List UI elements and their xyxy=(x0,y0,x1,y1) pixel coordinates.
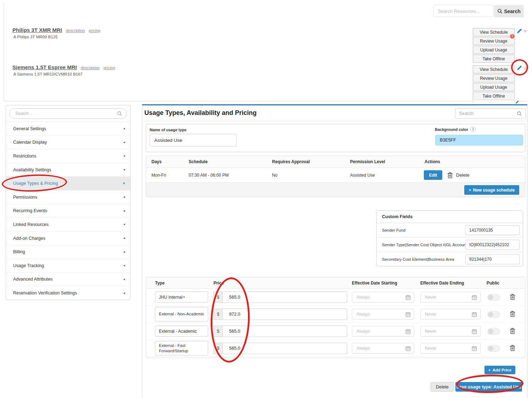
sidebar-item-billing[interactable]: Billing ◄ xyxy=(6,245,130,259)
take-offline-button[interactable]: Take Offline xyxy=(473,92,515,100)
resource-name-link[interactable]: Siemens 1.5T Espree MRI xyxy=(12,64,77,70)
effective-start-input[interactable]: Always xyxy=(352,343,414,354)
custom-field-value[interactable]: 1417000135 xyxy=(465,225,520,235)
calendar-icon[interactable] xyxy=(472,295,477,300)
edit-pencil-icon[interactable] xyxy=(516,28,522,34)
trash-icon[interactable] xyxy=(510,328,515,334)
sidebar-item-usage-tracking[interactable]: Usage Tracking ◄ xyxy=(6,259,130,273)
favorite-heart-icon[interactable]: ♥ xyxy=(523,28,527,34)
delete-usage-type-button[interactable]: Delete xyxy=(431,382,454,392)
price-input[interactable] xyxy=(223,292,347,303)
price-input[interactable] xyxy=(223,309,347,320)
sidebar-item-label: Restrictions xyxy=(13,154,36,159)
price-input[interactable] xyxy=(223,326,347,337)
sidebar-item-general-settings[interactable]: General Settings ◄ xyxy=(6,122,130,136)
sidebar-item-usage-types-pricing[interactable]: Usage Types & Pricing ▼ xyxy=(6,177,130,190)
resources-search-input[interactable] xyxy=(433,5,494,17)
pricing-link[interactable]: pricing xyxy=(104,66,115,70)
view-schedule-button[interactable]: View Schedule xyxy=(473,28,515,36)
caret-left-icon: ◄ xyxy=(123,292,126,295)
sidebar-item-label: Advanced Attributes xyxy=(13,277,52,282)
pricing-link[interactable]: pricing xyxy=(89,28,100,33)
panel-search-input[interactable] xyxy=(455,109,525,118)
price-input[interactable] xyxy=(223,343,347,354)
date-placeholder: Never xyxy=(425,312,436,317)
add-price-button[interactable]: + Add Price xyxy=(484,366,515,374)
save-usage-type-button[interactable]: Save usage type: Assisted Use xyxy=(455,382,522,392)
edit-pencil-icon[interactable] xyxy=(516,65,522,71)
public-toggle[interactable] xyxy=(487,328,500,335)
sidebar-item-restrictions[interactable]: Restrictions ◄ xyxy=(6,149,130,163)
plus-icon: + xyxy=(488,368,491,372)
effective-start-input[interactable]: Always xyxy=(352,309,414,320)
review-usage-button[interactable]: Review Usage xyxy=(473,37,515,45)
public-toggle[interactable] xyxy=(487,345,500,352)
calendar-icon[interactable] xyxy=(472,329,477,334)
calendar-icon[interactable] xyxy=(472,312,477,317)
upload-usage-button[interactable]: Upload Usage xyxy=(473,46,515,54)
sidebar-item-add-on-charges[interactable]: Add-on Charges ◄ xyxy=(6,232,130,245)
take-offline-button[interactable]: Take Offline xyxy=(473,55,515,63)
price-row: External - Academic $ Always Never xyxy=(146,323,525,340)
trash-icon[interactable] xyxy=(510,311,515,317)
description-link[interactable]: description xyxy=(81,66,100,70)
caret-left-icon: ◄ xyxy=(123,195,126,199)
usage-schedule-table: Days Schedule Requires Approval Permissi… xyxy=(146,156,525,197)
price-row: External - Non-Academic $ Always Never xyxy=(146,306,525,323)
resources-search-button[interactable]: Search xyxy=(494,5,524,17)
sidebar-item-linked-resources[interactable]: Linked Resources ◄ xyxy=(6,218,130,232)
sidebar-item-recurring-events[interactable]: Recurring Events ◄ xyxy=(6,204,130,218)
usage-type-name-input[interactable] xyxy=(150,134,237,147)
effective-start-input[interactable]: Always xyxy=(352,292,414,303)
sidebar-item-label: Permissions xyxy=(13,195,37,200)
trash-icon[interactable] xyxy=(510,345,515,351)
resource-item-philips: Philips 3T XMR MRI description pricing A… xyxy=(12,27,100,39)
search-icon xyxy=(117,111,122,116)
calendar-icon[interactable] xyxy=(405,346,411,351)
review-usage-button[interactable]: Review Usage xyxy=(473,74,515,82)
effective-end-input[interactable]: Never xyxy=(420,309,481,320)
calendar-icon[interactable] xyxy=(405,329,411,334)
delete-schedule-label[interactable]: Delete xyxy=(456,168,470,183)
effective-end-input[interactable]: Never xyxy=(420,326,481,337)
sidebar-search-input[interactable] xyxy=(10,109,127,118)
usage-types-panel: Usage Types, Availability and Pricing Na… xyxy=(142,104,527,398)
resource-name-link[interactable]: Philips 3T XMR MRI xyxy=(12,27,62,33)
sidebar-item-advanced-attributes[interactable]: Advanced Attributes ◄ xyxy=(6,273,130,287)
description-link[interactable]: description xyxy=(66,28,85,33)
sidebar-item-availability-settings[interactable]: Availability Settings ◄ xyxy=(6,163,130,177)
pricing-table-header: Type Price Effective Date Starting Effec… xyxy=(146,277,525,289)
effective-end-input[interactable]: Never xyxy=(420,343,481,354)
effective-end-input[interactable]: Never xyxy=(420,292,481,303)
sidebar-item-reservation-verification-settings[interactable]: Reservation Verification Settings ◄ xyxy=(6,286,130,300)
resource-subtitle: A Philips 3T MR09 B125 xyxy=(13,35,100,39)
custom-field-value[interactable]: IO|80012322|452102 xyxy=(465,240,520,250)
price-type-select[interactable]: JHU Internal ▾ xyxy=(155,292,208,303)
caret-left-icon: ◄ xyxy=(123,209,126,212)
caret-left-icon: ◄ xyxy=(123,278,126,281)
sidebar-item-calendar-display[interactable]: Calendar Display ◄ xyxy=(6,136,130,150)
col-schedule: Schedule xyxy=(189,156,207,168)
info-icon[interactable]: i xyxy=(470,127,476,132)
trash-icon[interactable] xyxy=(510,294,515,300)
left-border-line xyxy=(4,2,4,101)
price-type-select[interactable]: External - Non-Academic xyxy=(155,307,208,321)
custom-field-label: Sender Type|Sender Cost Object #|GL Acco… xyxy=(382,238,467,252)
calendar-icon[interactable] xyxy=(472,346,477,351)
public-toggle[interactable] xyxy=(487,311,500,318)
price-type-select[interactable]: External - Fast Forward/Startup xyxy=(155,341,208,355)
effective-start-input[interactable]: Always xyxy=(352,326,414,337)
custom-field-value[interactable]: 921344|170 xyxy=(465,254,520,264)
view-schedule-button[interactable]: View Schedule xyxy=(473,65,515,73)
background-color-input[interactable]: B3E5FF xyxy=(435,135,523,145)
new-usage-schedule-button[interactable]: + New usage schedule xyxy=(464,185,519,195)
trash-icon[interactable] xyxy=(447,172,453,178)
upload-usage-button[interactable]: Upload Usage xyxy=(473,83,515,91)
edit-button[interactable]: Edit xyxy=(424,170,442,180)
calendar-icon[interactable] xyxy=(405,295,411,300)
calendar-icon[interactable] xyxy=(405,312,411,317)
price-type-select[interactable]: External - Academic xyxy=(155,326,208,337)
public-toggle[interactable] xyxy=(487,294,500,301)
favorite-heart-icon[interactable]: ♥ xyxy=(523,66,527,71)
sidebar-item-permissions[interactable]: Permissions ◄ xyxy=(6,190,130,204)
